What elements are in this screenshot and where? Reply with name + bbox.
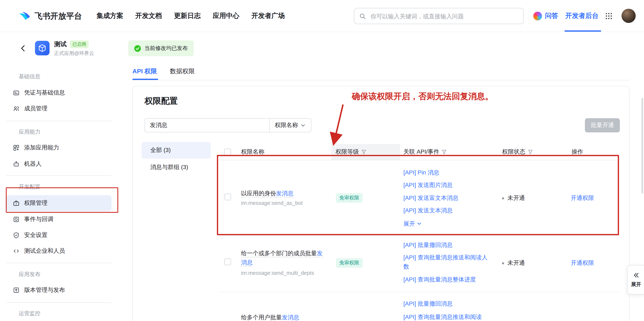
double-chevron-left-icon (633, 272, 640, 278)
sidebar-section-basic: 基础信息 (19, 72, 40, 82)
api-link[interactable]: [API] 批量撤回消息 (404, 240, 452, 250)
row-checkbox[interactable] (224, 258, 231, 265)
sidebar-divider (6, 302, 112, 303)
feishu-logo-icon (18, 10, 31, 22)
shield-icon (13, 232, 20, 238)
tab-api-permissions[interactable]: API 权限 (132, 68, 157, 75)
sidebar-item-label: 成员管理 (24, 105, 48, 112)
sidebar-item-test-org[interactable]: 测试企业和人员 (6, 243, 112, 259)
permission-code: im:message:send_multi_depts (241, 270, 314, 276)
nav-item-dev-square[interactable]: 开发者广场 (252, 12, 285, 20)
category-all[interactable]: 全部 (3) (142, 142, 211, 159)
select-all-checkbox[interactable] (224, 149, 231, 155)
sidebar-item-credentials[interactable]: 凭证与基础信息 (6, 85, 112, 101)
category-message-group[interactable]: 消息与群组 (3) (142, 159, 211, 176)
sidebar-divider (6, 175, 112, 176)
api-link[interactable]: [API] Pin 消息 (404, 168, 440, 177)
nav-item-changelog[interactable]: 更新日志 (174, 12, 201, 20)
sidebar-item-label: 安全设置 (24, 232, 48, 239)
name-text: 给一个或多个部门的成员批量 (241, 250, 317, 256)
briefcase-icon (13, 200, 20, 206)
header-action: 操作 (572, 144, 583, 160)
name-highlight: 发消息 (282, 314, 299, 320)
back-icon[interactable] (19, 44, 27, 52)
release-upload-icon (13, 287, 20, 294)
api-link[interactable]: [API] 批量撤回消息 (404, 299, 452, 308)
nav-item-app-center[interactable]: 应用中心 (213, 12, 239, 20)
status-dot-icon (502, 262, 504, 264)
permission-search-filter-dropdown[interactable]: 权限名称 (269, 118, 312, 132)
row-checkbox[interactable] (224, 194, 231, 200)
brand[interactable]: 飞书开放平台 (18, 0, 82, 32)
app-name-row: 测试 已启用 (54, 40, 89, 48)
permission-name[interactable]: 给多个用户批量发消息 (241, 313, 299, 321)
global-search-input[interactable] (370, 12, 518, 20)
app-icon (35, 41, 50, 55)
sidebar-item-members[interactable]: 成员管理 (6, 101, 112, 116)
filter-funnel-icon[interactable] (528, 150, 533, 154)
top-navbar: 飞书开放平台 集成方案 开发文档 更新日志 应用中心 开发者广场 问答 开发者后… (0, 0, 644, 32)
filter-funnel-icon[interactable] (442, 150, 447, 154)
avatar[interactable] (622, 9, 636, 23)
api-link[interactable]: [API] 查询批量消息推送和阅读人数 (404, 253, 490, 271)
permission-name[interactable]: 以应用的身份发消息 (241, 188, 294, 198)
sidebar-item-label: 版本管理与发布 (24, 286, 65, 294)
publish-status-text: 当前修改均已发布 (144, 44, 188, 52)
permission-search-input[interactable] (144, 118, 269, 132)
api-link[interactable]: [API] 查询批量消息推送和阅读 (404, 312, 491, 321)
sidebar-item-version-release[interactable]: 版本管理与发布 (6, 282, 112, 298)
open-permission-link[interactable]: 开通权限 (571, 194, 594, 202)
global-search[interactable] (354, 8, 524, 24)
permission-config-card: 权限配置 权限名称 批量开通 全部 (3) 消息与群组 (3) 权限名称 权限等… (132, 86, 630, 321)
sidebar-item-add-capability[interactable]: 添加应用能力 (6, 140, 112, 156)
nav-item-docs[interactable]: 开发文档 (135, 12, 162, 20)
status-cell: 未开通 (502, 260, 525, 267)
sidebar-item-permissions[interactable]: 权限管理 (6, 195, 112, 211)
status-dot-icon (502, 197, 504, 199)
scrollbar-thumb[interactable] (642, 98, 643, 194)
app-enabled-badge: 已启用 (70, 40, 89, 48)
sidebar-item-label: 事件与回调 (24, 216, 53, 223)
app-name: 测试 (54, 40, 66, 48)
chevron-down-icon (301, 124, 305, 127)
open-permission-link[interactable]: 开通权限 (571, 260, 594, 267)
sidebar-item-label: 权限管理 (24, 200, 48, 207)
header-permission-name: 权限名称 (241, 144, 264, 160)
sidebar-section-capability: 应用能力 (19, 127, 40, 137)
tab-data-permissions[interactable]: 数据权限 (170, 68, 195, 75)
api-link[interactable]: [API] 发送图片消息 (404, 180, 452, 190)
name-text: 以应用的身份 (241, 190, 276, 196)
credential-card-icon (13, 90, 20, 96)
sidebar-item-label: 添加应用能力 (24, 144, 59, 152)
console-label: 开发者后台 (565, 12, 598, 20)
sidebar-divider (6, 121, 112, 121)
expand-panel-label: 展开 (631, 281, 641, 288)
header-divider (219, 160, 620, 160)
permission-name[interactable]: 给一个或多个部门的成员批量发消息 (241, 248, 324, 267)
batch-open-button[interactable]: 批量开通 (585, 118, 620, 132)
qa-nav[interactable]: 问答 (533, 0, 558, 32)
sidebar-item-security[interactable]: 安全设置 (6, 227, 112, 243)
nav-item-integration[interactable]: 集成方案 (96, 12, 123, 20)
qa-icon (533, 12, 542, 20)
sidebar-item-label: 测试企业和人员 (24, 247, 65, 255)
publish-status-pill: 当前修改均已发布 (128, 40, 194, 56)
sidebar-item-label: 凭证与基础信息 (24, 89, 65, 96)
app-subtitle: 正式应用@环界云 (54, 50, 94, 57)
api-link[interactable]: [API] 查询批量消息整体进度 (404, 275, 476, 284)
sidebar-item-bot[interactable]: 机器人 (6, 156, 112, 172)
sidebar-item-label: 机器人 (24, 160, 42, 168)
side-expand-button[interactable]: 展开 (627, 265, 644, 294)
api-link[interactable]: [API] 发送富文本消息 (404, 193, 458, 202)
qa-label: 问答 (545, 12, 558, 20)
apps-grid-icon[interactable] (605, 12, 612, 20)
status-cell: 未开通 (502, 194, 525, 202)
permission-code: im:message:send_as_bot (241, 200, 303, 206)
members-icon (13, 105, 20, 112)
api-link[interactable]: [API] 发送文本消息 (404, 206, 452, 215)
expand-apis-link[interactable]: 展开 (404, 219, 421, 228)
console-nav[interactable]: 开发者后台 (565, 0, 598, 32)
filter-funnel-icon[interactable] (361, 150, 366, 154)
sidebar-item-events[interactable]: 事件与回调 (6, 212, 112, 227)
tabs-divider (132, 80, 630, 80)
